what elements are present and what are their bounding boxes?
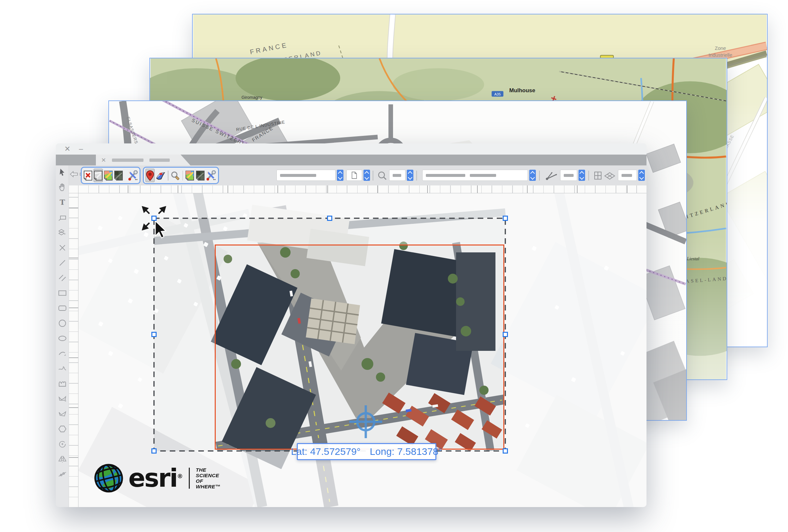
label-zone-1: Zone	[715, 45, 726, 51]
imagery-basemap-button-2[interactable]	[196, 169, 205, 182]
esri-logo: esri® THE SCIENCE OF WHERE™	[94, 463, 220, 493]
swipe-tool-button[interactable]	[156, 169, 165, 182]
esri-tagline: THE SCIENCE OF WHERE™	[196, 467, 220, 489]
imagery-basemap-icon	[114, 170, 123, 181]
coordinate-tooltip: Lat: 47.572579° Long: 7.581378°	[297, 443, 436, 460]
map-canvas[interactable]: Lat: 47.572579° Long: 7.581378°	[78, 193, 647, 507]
window-minimize-icon[interactable]: –	[79, 145, 83, 152]
search-icon[interactable]	[378, 171, 387, 180]
ruler-corner	[69, 185, 78, 193]
freehand-tool[interactable]	[58, 365, 66, 372]
longitude-value: Long: 7.581378°	[370, 446, 442, 457]
street-basemap-button-2[interactable]	[185, 169, 194, 182]
reflect-tool[interactable]	[58, 455, 66, 463]
scale-stepper[interactable]	[337, 170, 343, 181]
handle-mid-left[interactable]	[151, 332, 157, 337]
hexagon-tool[interactable]	[58, 425, 66, 433]
coordinate-stepper[interactable]	[529, 170, 536, 181]
delete-anchor-tool[interactable]	[58, 244, 66, 251]
tool-column: T	[56, 165, 69, 507]
select-tool[interactable]	[58, 169, 66, 176]
pan-tool[interactable]	[58, 184, 66, 191]
text-tool[interactable]: T	[58, 199, 66, 206]
map-settings-button[interactable]	[206, 169, 216, 182]
handle-bottom-right[interactable]	[503, 448, 508, 454]
window-close-icon[interactable]: ✕	[64, 145, 70, 152]
scale-select[interactable]	[276, 170, 336, 181]
blob-tool[interactable]	[58, 380, 66, 387]
app-window: ✕ – ✕	[56, 143, 647, 507]
esri-globe-icon	[94, 463, 124, 493]
handle-top-left[interactable]	[151, 216, 157, 221]
handle-top-right[interactable]	[503, 216, 508, 221]
grid-icon[interactable]	[594, 171, 602, 180]
zoom-level-field[interactable]	[389, 170, 406, 181]
callout-tool[interactable]	[58, 214, 66, 221]
polygon-tool-2[interactable]	[58, 410, 66, 417]
page-field[interactable]	[347, 170, 362, 181]
gray-basemap-icon	[94, 170, 103, 181]
document-tab[interactable]: ✕	[96, 155, 191, 165]
map-tools-group	[143, 167, 219, 184]
page-remove-icon	[83, 170, 93, 181]
pin-tool-button[interactable]	[145, 169, 155, 182]
main-toolbar	[69, 165, 647, 186]
rounded-rectangle-tool[interactable]	[58, 305, 66, 312]
map-extent-frame[interactable]	[215, 245, 504, 450]
shield-a35: A35	[494, 92, 501, 96]
gray-basemap-button[interactable]	[94, 169, 103, 182]
circle-tool[interactable]	[58, 320, 66, 327]
angle-measure-icon[interactable]	[544, 170, 558, 181]
line-tool[interactable]	[58, 259, 66, 266]
perspective-grid-icon[interactable]	[604, 172, 615, 180]
handle-mid-right[interactable]	[503, 332, 508, 337]
tab-title-placeholder	[112, 159, 143, 162]
parallel-lines-tool[interactable]	[58, 274, 66, 282]
magnifier-icon	[171, 171, 180, 180]
layer-toolgroup	[81, 167, 140, 184]
zoom-tool-button[interactable]	[171, 169, 180, 182]
street-basemap-icon	[104, 170, 113, 181]
horizontal-ruler	[78, 185, 647, 193]
svg-text:T: T	[59, 199, 65, 206]
swipe-leaf-icon	[156, 171, 165, 180]
tab-close-icon[interactable]: ✕	[101, 157, 106, 163]
imagery-basemap-button[interactable]	[114, 169, 123, 182]
coordinate-system-select[interactable]	[422, 170, 528, 181]
rectangle-tool[interactable]	[58, 289, 66, 297]
polygon-tool[interactable]	[58, 395, 66, 402]
remove-layer-button[interactable]	[83, 169, 93, 182]
vertical-ruler	[69, 193, 78, 507]
esri-wordmark: esri®	[129, 468, 183, 489]
street-basemap-button[interactable]	[104, 169, 113, 182]
zoom-stepper[interactable]	[407, 170, 413, 181]
view-stepper[interactable]	[638, 170, 645, 181]
label-zone-2: Industrielle	[709, 52, 732, 58]
node-edit-tool[interactable]	[58, 471, 66, 478]
page-stepper[interactable]	[363, 170, 370, 181]
map-pin-icon	[146, 170, 154, 181]
latitude-value: Lat: 47.572579°	[291, 446, 360, 457]
tab-subtitle-placeholder	[150, 159, 170, 162]
layers-tool[interactable]	[58, 229, 66, 236]
layer-settings-button[interactable]	[128, 169, 138, 182]
arc-tool[interactable]	[58, 350, 66, 357]
view-field[interactable]	[618, 170, 637, 181]
imagery-basemap-icon	[196, 170, 205, 181]
tab-strip: ✕	[56, 155, 647, 165]
page-icon	[352, 172, 357, 179]
street-basemap-icon	[185, 170, 194, 181]
logo-divider	[189, 468, 190, 489]
wrench-pencil-icon	[128, 170, 138, 181]
window-titlebar: ✕ –	[56, 143, 647, 155]
angle-stepper[interactable]	[578, 170, 585, 181]
handle-top-center[interactable]	[327, 216, 332, 221]
handle-bottom-left[interactable]	[151, 448, 157, 454]
label-liestal: Liestal	[687, 256, 700, 261]
label-mulhouse: Mulhouse	[509, 87, 535, 94]
angle-field[interactable]	[560, 170, 577, 181]
rotate-tool[interactable]	[58, 441, 66, 448]
back-arrow-icon[interactable]	[70, 170, 78, 178]
ellipse-tool[interactable]	[58, 335, 66, 342]
label-giromagny: Giromagny	[241, 95, 262, 100]
